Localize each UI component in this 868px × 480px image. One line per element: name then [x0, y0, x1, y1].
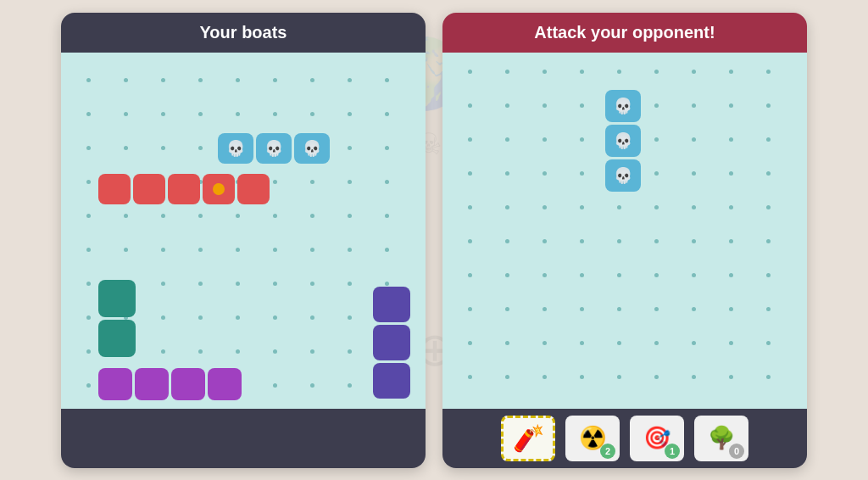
nuclear-count: 2 — [600, 444, 615, 459]
weapon-tree[interactable]: 🌳 0 — [694, 416, 748, 461]
blue-segment-1: 💀 — [218, 133, 253, 164]
purple-segment-1 — [98, 368, 132, 400]
attack-card: Attack your opponent! 💀 💀 💀 🧨 ☢️ 2 — [442, 13, 807, 468]
weapon-nuclear[interactable]: ☢️ 2 — [565, 416, 620, 461]
enemy-segment-1: 💀 — [605, 90, 641, 122]
bomb-icon: 🧨 — [513, 423, 544, 453]
your-boats-header: Your boats — [61, 13, 426, 53]
dpurple-segment-3 — [373, 363, 410, 399]
purple-segment-2 — [135, 368, 169, 400]
teal-boat — [98, 280, 136, 357]
red-boat — [98, 174, 270, 204]
game-container: Your boats 💀 💀 💀 — [61, 13, 807, 468]
dpurple-segment-2 — [373, 325, 410, 360]
purple-boat — [98, 368, 242, 400]
your-boats-grid: 💀 💀 💀 — [61, 53, 426, 409]
your-boats-title: Your boats — [78, 23, 409, 42]
red-segment-hit — [203, 174, 235, 204]
blue-segment-3: 💀 — [294, 133, 330, 164]
your-boats-card: Your boats 💀 💀 💀 — [61, 13, 426, 468]
purple-segment-4 — [208, 368, 242, 400]
red-segment-1 — [98, 174, 131, 204]
teal-segment-2 — [98, 320, 136, 357]
enemy-segment-3: 💀 — [605, 159, 641, 192]
dark-purple-boat — [373, 287, 410, 399]
enemy-blue-boat: 💀 💀 💀 — [605, 90, 641, 192]
purple-segment-3 — [171, 368, 205, 400]
red-segment-3 — [168, 174, 200, 204]
blue-segment-2: 💀 — [256, 133, 292, 164]
teal-segment-1 — [98, 280, 136, 317]
target-count: 1 — [665, 444, 680, 459]
red-segment-5 — [237, 174, 270, 204]
tree-count: 0 — [729, 444, 744, 459]
red-segment-2 — [133, 174, 165, 204]
attack-footer: 🧨 ☢️ 2 🎯 1 🌳 0 — [442, 409, 807, 468]
attack-grid[interactable]: 💀 💀 💀 — [442, 53, 807, 409]
dpurple-segment-1 — [373, 287, 410, 322]
weapon-target[interactable]: 🎯 1 — [630, 416, 684, 461]
attack-title: Attack your opponent! — [459, 23, 790, 42]
attack-header: Attack your opponent! — [442, 13, 807, 53]
your-boats-footer — [61, 409, 426, 468]
enemy-segment-2: 💀 — [605, 125, 641, 157]
blue-boat: 💀 💀 💀 — [218, 133, 330, 164]
weapon-bomb[interactable]: 🧨 — [501, 416, 555, 461]
